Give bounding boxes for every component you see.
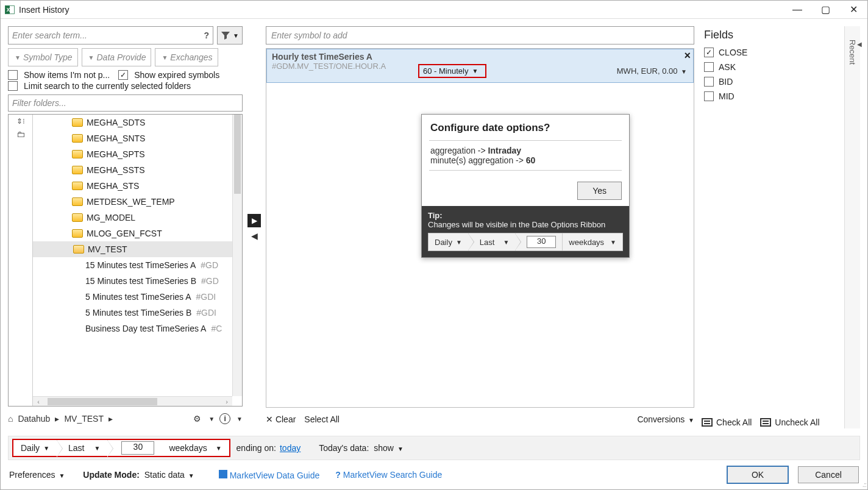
field-row[interactable]: ASK: [699, 60, 839, 74]
folder-label: MV_TEST: [88, 244, 127, 254]
show-not-permissioned-label: Show items I'm not p...: [24, 70, 110, 80]
folder-item[interactable]: MV_TEST: [33, 241, 242, 257]
todays-data-dropdown[interactable]: show ▼: [374, 443, 403, 453]
aggregation-dropdown[interactable]: Daily▼: [13, 440, 57, 456]
folder-label: MEGHA_SNTS: [87, 133, 145, 143]
folder-item[interactable]: MEGHA_SPTS: [33, 146, 242, 162]
symbol-input[interactable]: Enter symbol to add: [266, 26, 694, 44]
todays-data-label: Today's data:: [319, 443, 369, 453]
field-checkbox[interactable]: ✓: [704, 48, 714, 57]
bottom-bar: Preferences ▼ Update Mode: Static data ▼…: [1, 460, 867, 489]
resize-grip-icon[interactable]: .::: [863, 481, 866, 488]
preferences-dropdown[interactable]: Preferences ▼: [9, 470, 65, 480]
folder-item[interactable]: METDESK_WE_TEMP: [33, 194, 242, 210]
folder-item[interactable]: MEGHA_SDTS: [33, 115, 242, 130]
show-not-permissioned-checkbox[interactable]: [8, 70, 18, 80]
range-unit-dropdown[interactable]: weekdays▼: [162, 440, 229, 456]
remove-series-button[interactable]: ×: [684, 49, 691, 62]
folder-icon: [72, 182, 83, 190]
field-row[interactable]: ✓CLOSE: [699, 45, 839, 60]
field-row[interactable]: MID: [699, 89, 839, 104]
date-options-row: Daily▼ Last▼ 30 weekdays▼ ending on: tod…: [8, 436, 860, 460]
filter-button[interactable]: ▼: [217, 26, 243, 44]
settings-icon[interactable]: ⚙: [191, 413, 202, 424]
symbol-type-dropdown[interactable]: ▼Symbol Type: [8, 48, 78, 66]
folder-icon: [72, 134, 83, 143]
series-item-name: 5 Minutes test TimeSeries B: [85, 308, 191, 318]
filter-folders-input[interactable]: Filter folders...: [8, 94, 243, 112]
series-item[interactable]: 15 Minutes test TimeSeries B#GD: [33, 273, 242, 289]
cancel-button[interactable]: Cancel: [798, 466, 859, 483]
tip-daily-segment: Daily▼: [429, 233, 469, 250]
collapse-all-icon[interactable]: ⇕⁝: [16, 117, 25, 126]
granularity-dropdown[interactable]: 60 - Minutely▼: [418, 64, 486, 78]
maximize-button[interactable]: ▢: [811, 1, 839, 19]
limit-folders-checkbox[interactable]: [8, 81, 18, 91]
series-item[interactable]: 5 Minutes test TimeSeries B#GDI: [33, 305, 242, 321]
breadcrumb-current[interactable]: MV_TEST: [64, 414, 104, 424]
select-all-button[interactable]: Select All: [304, 414, 340, 424]
series-item-code: #C: [211, 324, 222, 333]
folder-item[interactable]: MEGHA_SSTS: [33, 162, 242, 178]
info-icon[interactable]: i: [219, 413, 230, 424]
search-help-icon[interactable]: ?: [204, 30, 209, 40]
series-header: Hourly test TimeSeries A #GDM.MV_TEST/ON…: [266, 49, 694, 83]
recent-tab[interactable]: ◀ Recent: [844, 26, 860, 428]
folder-label: MLOG_GEN_FCST: [87, 229, 162, 238]
folder-label: MG_MODEL: [87, 213, 135, 222]
ending-on-value[interactable]: today: [280, 443, 301, 453]
svg-text:X: X: [7, 7, 10, 13]
collapse-left-icon[interactable]: ◀: [251, 231, 258, 241]
fields-title: Fields: [704, 29, 839, 41]
funnel-icon: [221, 31, 230, 40]
series-item[interactable]: Business Day test TimeSeries A#C: [33, 321, 242, 336]
popup-title: Configure date options?: [422, 115, 629, 135]
configure-date-popup: Configure date options? aggregation -> I…: [421, 114, 630, 258]
show-expired-checkbox[interactable]: ✓: [118, 70, 128, 80]
range-count-input[interactable]: 30: [108, 440, 162, 456]
search-input[interactable]: Enter search term... ?: [8, 26, 213, 44]
breadcrumb: ⌂ Datahub▸ MV_TEST▸ ⚙▼ i▼: [8, 409, 243, 428]
home-icon[interactable]: ⌂: [8, 414, 13, 424]
series-meta-dropdown[interactable]: MWH, EUR, 0.00 ▼: [617, 66, 687, 76]
folder-path-icon[interactable]: 🗀: [16, 129, 25, 139]
ok-button[interactable]: OK: [727, 466, 788, 483]
search-guide-link[interactable]: ?MarketView Search Guide: [335, 470, 442, 480]
breadcrumb-root[interactable]: Datahub: [18, 414, 50, 424]
clear-button[interactable]: ✕ Clear: [266, 414, 296, 424]
folder-item[interactable]: MEGHA_SNTS: [33, 130, 242, 146]
conversions-dropdown[interactable]: Conversions ▼: [637, 414, 694, 424]
folder-item[interactable]: MEGHA_STS: [33, 178, 242, 194]
series-item[interactable]: 5 Minutes test TimeSeries A#GDI: [33, 289, 242, 305]
series-item[interactable]: 15 Minutes test TimeSeries A#GD: [33, 257, 242, 273]
folder-item[interactable]: MG_MODEL: [33, 210, 242, 225]
tree-vertical-scrollbar[interactable]: [232, 115, 242, 396]
expand-recent-icon: ◀: [856, 41, 863, 48]
uncheck-all-button[interactable]: Uncheck All: [760, 417, 819, 427]
panel-toggle-strip: ▶ ◀: [247, 26, 261, 428]
field-row[interactable]: BID: [699, 74, 839, 89]
field-checkbox[interactable]: [704, 91, 714, 101]
popup-yes-button[interactable]: Yes: [577, 182, 622, 200]
close-button[interactable]: ✕: [839, 1, 867, 19]
tip-unit-segment: weekdays▼: [563, 233, 623, 250]
update-mode-dropdown[interactable]: Static data ▼: [144, 470, 194, 480]
search-panel: Enter search term... ? ▼ ▼Symbol Type ▼D…: [8, 26, 243, 428]
range-type-dropdown[interactable]: Last▼: [57, 440, 108, 456]
show-expired-label: Show expired symbols: [134, 70, 219, 80]
expand-right-icon[interactable]: ▶: [247, 214, 261, 227]
data-guide-link[interactable]: MarketView Data Guide: [219, 470, 320, 480]
data-provider-dropdown[interactable]: ▼Data Provide: [82, 48, 152, 66]
folder-item[interactable]: MLOG_GEN_FCST: [33, 225, 242, 241]
series-name: Hourly test TimeSeries A: [272, 52, 687, 62]
field-checkbox[interactable]: [704, 77, 714, 87]
check-all-button[interactable]: Check All: [702, 417, 752, 427]
field-label: MID: [719, 91, 735, 101]
tree-horizontal-scrollbar[interactable]: ‹›: [33, 396, 232, 406]
folder-icon: [72, 197, 83, 206]
exchanges-dropdown[interactable]: ▼Exchanges: [155, 48, 218, 66]
series-item-code: #GDI: [196, 292, 216, 302]
field-checkbox[interactable]: [704, 62, 714, 72]
field-label: CLOSE: [719, 48, 747, 57]
minimize-button[interactable]: —: [783, 1, 811, 19]
